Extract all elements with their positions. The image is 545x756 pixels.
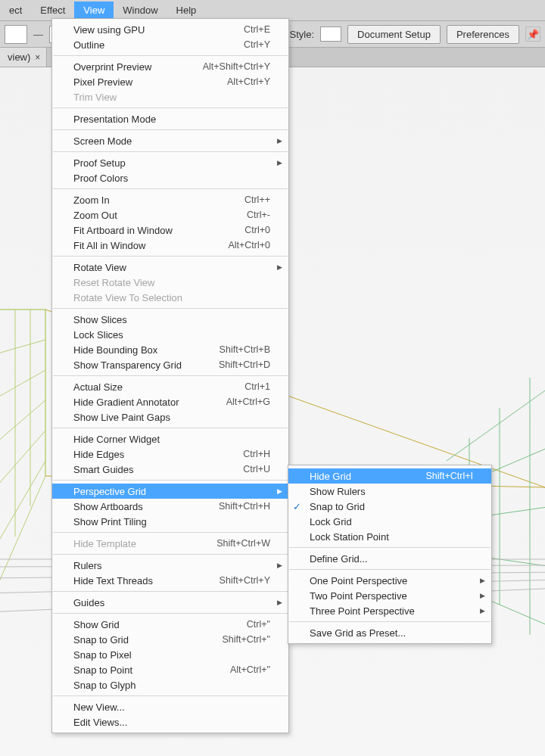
menu-item-label: Show Live Paint Gaps [73, 412, 270, 423]
view-menu-item-fit-all-in-window[interactable]: Fit All in WindowAlt+Ctrl+0 [52, 238, 288, 253]
perspective-menu-item-define-grid[interactable]: Define Grid... [288, 551, 491, 566]
view-menu-item-screen-mode[interactable]: Screen Mode [52, 133, 288, 148]
view-menu-item-show-transparency-grid[interactable]: Show Transparency GridShift+Ctrl+D [52, 357, 288, 372]
view-menu-item-proof-colors[interactable]: Proof Colors [52, 170, 288, 185]
menu-item-shortcut: Shift+Ctrl+D [219, 359, 270, 370]
preferences-button[interactable]: Preferences [447, 25, 519, 44]
stroke-swatch[interactable] [5, 25, 27, 44]
view-menu-item-show-artboards[interactable]: Show ArtboardsShift+Ctrl+H [52, 499, 288, 514]
document-setup-button[interactable]: Document Setup [347, 25, 441, 44]
view-menu-item-snap-to-pixel[interactable]: Snap to Pixel [52, 647, 288, 662]
menu-item-shortcut: Shift+Ctrl+Y [220, 575, 270, 586]
menubar-item-effect[interactable]: Effect [31, 2, 74, 19]
view-menu-item-hide-edges[interactable]: Hide EdgesCtrl+H [52, 446, 288, 462]
view-menu-item-perspective-grid[interactable]: Perspective Grid [52, 484, 288, 499]
menu-item-label: View using GPU [73, 24, 220, 36]
view-menu-item-edit-views[interactable]: Edit Views... [52, 714, 288, 730]
menu-item-shortcut: Ctrl+- [247, 210, 270, 220]
menu-separator [53, 695, 288, 696]
perspective-menu-item-save-grid-as-preset[interactable]: Save Grid as Preset... [288, 625, 491, 640]
view-menu-item-show-live-paint-gaps[interactable]: Show Live Paint Gaps [52, 409, 288, 425]
menu-item-shortcut: Ctrl+" [247, 619, 270, 630]
perspective-menu-item-lock-station-point[interactable]: Lock Station Point [288, 529, 491, 544]
menu-item-label: Zoom Out [73, 210, 223, 221]
menu-separator [289, 547, 490, 548]
menu-item-label: Trim View [73, 92, 270, 103]
view-menu-item-lock-slices[interactable]: Lock Slices [52, 327, 288, 342]
menu-item-label: Hide Corner Widget [73, 434, 270, 445]
menu-item-label: Two Point Perspective [310, 590, 473, 602]
menubar-item-view[interactable]: View [74, 2, 114, 19]
menu-item-shortcut: Ctrl+1 [244, 381, 270, 392]
view-menu-item-outline[interactable]: OutlineCtrl+Y [52, 37, 288, 52]
view-menu: View using GPUCtrl+EOutlineCtrl+YOverpri… [51, 18, 289, 733]
menu-item-shortcut: Alt+Ctrl+Y [227, 76, 270, 87]
menu-item-label: Screen Mode [73, 135, 270, 147]
menubar-item-select[interactable]: ect [0, 2, 31, 19]
menu-item-label: Save Grid as Preset... [310, 627, 473, 639]
menu-item-shortcut: Ctrl+0 [244, 225, 270, 235]
view-menu-item-proof-setup[interactable]: Proof Setup [52, 155, 288, 170]
menu-item-label: Smart Guides [73, 464, 219, 475]
perspective-menu-item-lock-grid[interactable]: Lock Grid [288, 514, 491, 529]
close-tab-icon[interactable]: × [35, 52, 40, 63]
menu-separator [289, 621, 490, 622]
menu-item-shortcut: Shift+Ctrl+I [425, 471, 473, 481]
perspective-menu-item-snap-to-grid[interactable]: ✓Snap to Grid [288, 499, 491, 514]
menu-separator [53, 480, 288, 481]
view-menu-item-pixel-preview[interactable]: Pixel PreviewAlt+Ctrl+Y [52, 74, 288, 89]
svg-line-5 [0, 461, 45, 552]
menu-item-shortcut: Shift+Ctrl+" [223, 634, 271, 645]
menu-item-label: Lock Station Point [310, 531, 473, 543]
view-menu-item-snap-to-glyph[interactable]: Snap to Glyph [52, 677, 288, 692]
menu-item-label: Guides [73, 597, 270, 608]
menu-item-label: Fit Artboard in Window [73, 225, 220, 236]
document-tab[interactable]: view) × [0, 48, 47, 67]
menu-item-label: Show Rulers [310, 486, 473, 497]
menu-item-shortcut: Shift+Ctrl+B [220, 344, 270, 355]
menu-item-shortcut: Ctrl+E [244, 24, 270, 35]
menu-item-label: Show Artboards [73, 501, 195, 512]
menu-item-label: Actual Size [73, 381, 220, 393]
view-menu-item-hide-corner-widget[interactable]: Hide Corner Widget [52, 431, 288, 446]
view-menu-item-presentation-mode[interactable]: Presentation Mode [52, 111, 288, 126]
menu-item-label: Perspective Grid [73, 486, 270, 497]
perspective-menu-item-three-point-perspective[interactable]: Three Point Perspective [288, 603, 491, 618]
view-menu-item-hide-gradient-annotator[interactable]: Hide Gradient AnnotatorAlt+Ctrl+G [52, 394, 288, 409]
view-menu-item-zoom-out[interactable]: Zoom OutCtrl+- [52, 207, 288, 222]
view-menu-item-show-grid[interactable]: Show GridCtrl+" [52, 617, 288, 632]
pin-panel-icon[interactable]: 📌 [525, 26, 540, 42]
view-menu-item-show-slices[interactable]: Show Slices [52, 312, 288, 327]
menu-item-shortcut: Alt+Ctrl+0 [228, 240, 270, 250]
menubar-item-window[interactable]: Window [114, 2, 167, 19]
menu-item-label: Show Slices [73, 314, 270, 325]
menu-item-label: Snap to Grid [73, 634, 198, 646]
perspective-menu-item-show-rulers[interactable]: Show Rulers [288, 484, 491, 499]
perspective-menu-item-hide-grid[interactable]: Hide GridShift+Ctrl+I [288, 468, 491, 484]
perspective-menu-item-two-point-perspective[interactable]: Two Point Perspective [288, 588, 491, 603]
view-menu-item-new-view[interactable]: New View... [52, 699, 288, 714]
perspective-menu-item-one-point-perspective[interactable]: One Point Perspective [288, 573, 491, 588]
view-menu-item-fit-artboard-in-window[interactable]: Fit Artboard in WindowCtrl+0 [52, 222, 288, 238]
menu-item-shortcut: Shift+Ctrl+W [216, 538, 270, 549]
view-menu-item-show-print-tiling[interactable]: Show Print Tiling [52, 514, 288, 529]
view-menu-item-actual-size[interactable]: Actual SizeCtrl+1 [52, 379, 288, 394]
view-menu-item-snap-to-point[interactable]: Snap to PointAlt+Ctrl+" [52, 662, 288, 677]
menubar-item-help[interactable]: Help [167, 2, 206, 19]
view-menu-item-smart-guides[interactable]: Smart GuidesCtrl+U [52, 462, 288, 477]
style-swatch[interactable] [320, 26, 341, 42]
view-menu-item-overprint-preview[interactable]: Overprint PreviewAlt+Shift+Ctrl+Y [52, 59, 288, 74]
view-menu-item-hide-bounding-box[interactable]: Hide Bounding BoxShift+Ctrl+B [52, 342, 288, 357]
view-menu-item-guides[interactable]: Guides [52, 595, 288, 610]
view-menu-item-hide-text-threads[interactable]: Hide Text ThreadsShift+Ctrl+Y [52, 573, 288, 588]
view-menu-item-rulers[interactable]: Rulers [52, 558, 288, 573]
menu-item-label: Hide Text Threads [73, 575, 195, 586]
menu-item-label: Rotate View To Selection [73, 292, 270, 303]
view-menu-item-snap-to-grid[interactable]: Snap to GridShift+Ctrl+" [52, 632, 288, 647]
svg-line-1 [0, 340, 45, 355]
view-menu-item-zoom-in[interactable]: Zoom InCtrl++ [52, 192, 288, 207]
menu-item-label: Lock Slices [73, 329, 270, 341]
view-menu-item-view-using-gpu[interactable]: View using GPUCtrl+E [52, 22, 288, 37]
check-icon: ✓ [293, 501, 301, 512]
view-menu-item-rotate-view[interactable]: Rotate View [52, 260, 288, 275]
